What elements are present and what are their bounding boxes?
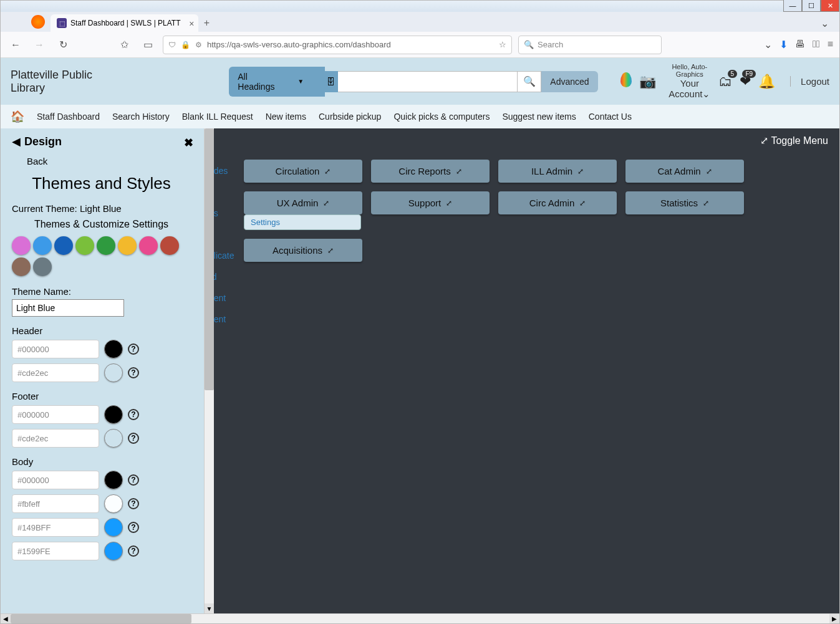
section-header-label: Header <box>12 325 191 336</box>
advanced-search-button[interactable]: Advanced <box>541 71 597 92</box>
dashboard-tile-button[interactable]: Cat Admin ⤢ <box>625 160 744 183</box>
downloads-icon[interactable]: ⬇ <box>780 39 788 50</box>
panel-scrollbar[interactable]: ▼ <box>204 128 214 613</box>
help-icon[interactable]: ? <box>128 409 139 420</box>
color-hex-input[interactable] <box>12 518 99 537</box>
nav-item[interactable]: New items <box>266 112 306 122</box>
scroll-right-arrow-icon[interactable]: ▶ <box>829 614 839 623</box>
theme-swatch[interactable] <box>12 257 31 276</box>
extensions-icon[interactable]: �ู <box>813 39 820 50</box>
color-hex-input[interactable] <box>12 542 99 560</box>
bell-icon[interactable]: 🔔 <box>758 74 775 90</box>
color-preview-swatch[interactable] <box>104 471 123 489</box>
card-icon[interactable]: 🗂5 <box>718 74 732 90</box>
tab-close-icon[interactable]: × <box>189 19 194 29</box>
theme-swatch[interactable] <box>33 257 52 276</box>
print-icon[interactable]: 🖶 <box>795 39 805 50</box>
theme-swatch[interactable] <box>139 236 158 255</box>
chevron-down-icon: ▼ <box>297 78 304 85</box>
dashboard-tile-button[interactable]: Statistics ⤢ <box>625 191 744 214</box>
window-maximize-button[interactable]: ☐ <box>802 0 821 12</box>
balloon-icon[interactable] <box>620 72 632 91</box>
color-hex-input[interactable] <box>12 471 99 489</box>
h-scrollbar-thumb[interactable] <box>11 614 191 623</box>
panel-close-icon[interactable]: ✖ <box>184 136 193 150</box>
toggle-menu-button[interactable]: ⤢ Toggle Menu <box>760 135 828 146</box>
color-preview-swatch[interactable] <box>104 363 123 382</box>
color-hex-input[interactable] <box>12 363 99 382</box>
browser-search-input[interactable]: 🔍 Search <box>518 36 662 54</box>
nav-reload-button[interactable]: ↻ <box>54 36 72 54</box>
theme-swatch[interactable] <box>12 236 31 255</box>
nav-back-button[interactable]: ← <box>7 36 24 54</box>
theme-swatch[interactable] <box>33 236 52 255</box>
color-preview-swatch[interactable] <box>104 518 123 537</box>
dashboard-tile-button[interactable]: Circ Reports ⤢ <box>371 160 490 183</box>
nav-item[interactable]: Quick picks & computers <box>393 112 490 122</box>
search-category-select[interactable]: All Headings ▼ <box>229 67 325 97</box>
nav-item[interactable]: Contact Us <box>589 112 632 122</box>
tab-dropdown-icon[interactable]: ⌄ <box>816 14 833 32</box>
theme-swatch[interactable] <box>97 236 115 255</box>
color-preview-swatch[interactable] <box>104 340 123 358</box>
search-button[interactable]: 🔍 <box>518 71 541 92</box>
account-box[interactable]: Hello, Auto-Graphics Your Account⌄ <box>669 63 712 100</box>
help-icon[interactable]: ? <box>128 474 139 486</box>
color-hex-input[interactable] <box>12 429 99 448</box>
tab-favicon-icon: ⬚ <box>57 18 67 28</box>
new-tab-button[interactable]: + <box>198 14 216 32</box>
home-icon[interactable]: 🏠 <box>11 110 24 123</box>
browser-tab[interactable]: ⬚ Staff Dashboard | SWLS | PLATT × <box>51 14 198 32</box>
dashboard-tile-button[interactable]: UX Admin ⤢ <box>244 191 362 214</box>
nav-item[interactable]: Suggest new items <box>502 112 576 122</box>
color-hex-input[interactable] <box>12 494 99 513</box>
scrollbar-thumb[interactable] <box>205 128 214 390</box>
nav-item[interactable]: Staff Dashboard <box>37 112 100 122</box>
dashboard-tile-button[interactable]: Acquisitions ⤢ <box>244 239 362 262</box>
theme-swatch[interactable] <box>118 236 137 255</box>
nav-item[interactable]: Blank ILL Request <box>182 112 253 122</box>
help-icon[interactable]: ? <box>128 367 139 378</box>
scroll-down-arrow-icon[interactable]: ▼ <box>205 603 214 613</box>
scanner-icon[interactable]: 📷 <box>639 74 656 90</box>
url-bar[interactable]: 🛡 🔒 ⚙ https://qa-swls-verso.auto-graphic… <box>163 36 512 54</box>
nav-forward-button[interactable]: → <box>31 36 48 54</box>
nav-item[interactable]: Search History <box>112 112 170 122</box>
help-icon[interactable]: ? <box>128 522 139 533</box>
back-circle-icon[interactable]: ◀ <box>12 135 21 148</box>
menu-icon[interactable]: ≡ <box>828 39 833 50</box>
dashboard-tile-button[interactable]: ILL Admin ⤢ <box>498 160 617 183</box>
color-hex-input[interactable] <box>12 340 99 358</box>
dashboard-tile-button[interactable]: Circulation ⤢ <box>244 160 362 183</box>
theme-name-input[interactable] <box>12 299 124 317</box>
help-icon[interactable]: ? <box>128 545 139 557</box>
heart-icon[interactable]: ❤F9 <box>740 74 751 90</box>
nav-item[interactable]: Curbside pickup <box>319 112 381 122</box>
bookmark-page-icon[interactable]: ☆ <box>499 40 506 49</box>
color-preview-swatch[interactable] <box>104 542 123 560</box>
main-search-input[interactable] <box>338 71 518 92</box>
theme-swatch[interactable] <box>160 236 179 255</box>
dashboard-tile-button[interactable]: Support ⤢ <box>371 191 490 214</box>
nav-bookmark-star-icon[interactable]: ✩ <box>115 36 133 54</box>
help-icon[interactable]: ? <box>128 343 139 355</box>
theme-swatch[interactable] <box>54 236 73 255</box>
color-preview-swatch[interactable] <box>104 429 123 448</box>
dashboard-tile-button[interactable]: Circ Admin ⤢ <box>498 191 617 214</box>
color-preview-swatch[interactable] <box>104 405 123 424</box>
logout-link[interactable]: Logout <box>790 76 829 87</box>
help-icon[interactable]: ? <box>128 433 139 444</box>
nav-library-icon[interactable]: ▭ <box>139 36 157 54</box>
color-hex-input[interactable] <box>12 405 99 424</box>
back-link[interactable]: Back <box>27 156 191 166</box>
window-minimize-button[interactable]: — <box>783 0 802 12</box>
window-close-button[interactable]: ✕ <box>821 0 839 12</box>
color-row: ? <box>12 363 191 382</box>
theme-swatch[interactable] <box>75 236 94 255</box>
help-icon[interactable]: ? <box>128 498 139 509</box>
color-preview-swatch[interactable] <box>104 494 123 513</box>
scroll-left-arrow-icon[interactable]: ◀ <box>1 614 11 623</box>
settings-link[interactable]: Settings <box>244 214 361 230</box>
pocket-icon[interactable]: ⌄ <box>764 39 772 50</box>
horizontal-scrollbar[interactable]: ◀ ▶ <box>1 613 839 623</box>
